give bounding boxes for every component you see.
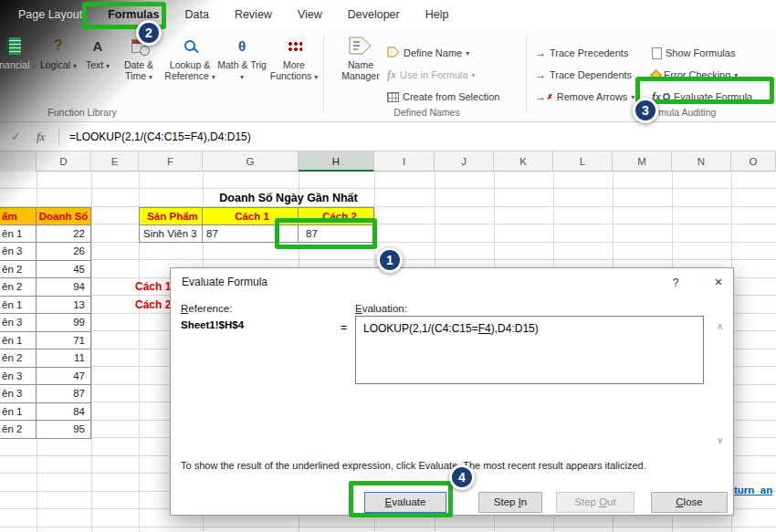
equals-sign: = (341, 321, 347, 334)
cell-name[interactable]: ên 1 (0, 332, 37, 350)
tab-developer[interactable]: Developer (335, 0, 413, 29)
column-header-n[interactable]: N (672, 151, 731, 172)
show-formulas-label: Show Formulas (666, 47, 735, 58)
cell-h4-result-selected[interactable]: 87 (299, 225, 374, 244)
magnifier-icon (663, 93, 670, 100)
cell-value[interactable]: 84 (37, 403, 91, 422)
evaluation-label: Evaluation: (355, 303, 407, 314)
column-header-l[interactable]: L (553, 151, 613, 172)
remove-arrows-button[interactable]: →✗ Remove Arrows ▾ (535, 87, 634, 107)
trace-dependents-button[interactable]: → Trace Dependents (535, 65, 632, 85)
formula-input[interactable]: =LOOKUP(2,1/(C4:C15=F4),D4:D15) (69, 122, 251, 151)
column-header-h[interactable]: H (299, 151, 374, 172)
fx-icon: fx (387, 68, 396, 82)
cell-name[interactable]: ên 3 (0, 368, 37, 386)
create-from-selection-button[interactable]: Create from Selection (387, 87, 499, 107)
financial-label: Financial (0, 59, 30, 70)
trace-precedents-button[interactable]: → Trace Precedents (535, 43, 628, 63)
tab-view[interactable]: View (285, 0, 335, 29)
column-header-row: D E F G H I J K L M N O (0, 151, 776, 172)
column-header-m[interactable]: M (613, 151, 672, 172)
tab-help[interactable]: Help (413, 0, 462, 29)
date-time-button[interactable]: Date & Time ▾ (115, 33, 163, 108)
trace-dependents-icon: → (535, 69, 546, 80)
math-trig-button[interactable]: θ Math & Trig ▾ (217, 33, 267, 108)
partial-hyperlink[interactable]: turn_an (734, 485, 772, 495)
tab-formulas[interactable]: Formulas (95, 0, 172, 29)
text-label: Text (86, 59, 103, 70)
more-functions-label: More Functions (270, 59, 312, 81)
cell-value[interactable]: 99 (37, 314, 91, 332)
scroll-down-icon[interactable]: ∨ (717, 435, 723, 445)
cell-value[interactable]: 13 (37, 297, 91, 315)
use-in-formula-button[interactable]: fx Use in Formula ▾ (387, 65, 476, 85)
chevron-down-icon: ▾ (631, 93, 634, 101)
right-table-header-san-pham[interactable]: Sản Phẩm (139, 207, 203, 225)
column-header-e[interactable]: E (91, 151, 139, 172)
trace-dependents-label: Trace Dependents (550, 69, 632, 80)
right-table-header-cach-2[interactable]: Cách 2 (299, 207, 374, 225)
chevron-down-icon: ▾ (314, 73, 318, 81)
insert-function-icon[interactable]: fx (37, 122, 45, 151)
column-header-o[interactable]: O (731, 151, 776, 172)
step-out-button: Step Out (556, 492, 634, 513)
column-header-d[interactable]: D (37, 151, 91, 172)
show-formulas-button[interactable]: Show Formulas (652, 43, 735, 63)
dialog-close-icon[interactable]: × (706, 272, 731, 292)
excel-window: Page Layout Formulas Data Review View De… (0, 0, 776, 532)
scroll-up-icon[interactable]: ∧ (717, 321, 723, 331)
lookup-reference-button[interactable]: Lookup & Reference ▾ (163, 33, 217, 108)
cell-name[interactable]: ên 3 (0, 314, 37, 332)
step-in-button[interactable]: Step In (478, 492, 542, 513)
cell-value[interactable]: 87 (37, 385, 91, 403)
cell-value[interactable]: 95 (37, 421, 91, 439)
dialog-help-icon[interactable]: ? (664, 274, 687, 292)
cell-value[interactable]: 94 (37, 278, 91, 297)
cell-value[interactable]: 47 (37, 368, 91, 386)
group-separator (323, 35, 324, 111)
cell-name[interactable]: ên 2 (0, 421, 37, 439)
cell-value[interactable]: 45 (37, 261, 91, 279)
text-button[interactable]: A Text ▾ (80, 33, 115, 108)
cell-name[interactable]: ên 1 (0, 297, 37, 315)
cell-value[interactable]: 22 (37, 225, 91, 244)
left-table-name-header[interactable]: ẩm (0, 207, 37, 225)
annotation-badge-3: 3 (633, 98, 658, 123)
name-manager-button[interactable]: Name Manager (336, 33, 385, 108)
cell-value[interactable]: 71 (37, 332, 91, 350)
cell-name[interactable]: ên 3 (0, 243, 37, 261)
cell-name[interactable]: ên 3 (0, 385, 37, 403)
more-functions-button[interactable]: More Functions ▾ (268, 33, 320, 108)
use-in-formula-label: Use in Formula (400, 69, 468, 80)
cell-name[interactable]: ên 2 (0, 261, 37, 279)
cell-name[interactable]: ên 1 (0, 225, 37, 244)
cell-value[interactable]: 26 (37, 243, 91, 261)
cell-name[interactable]: ên 2 (0, 349, 37, 368)
error-checking-button[interactable]: Error Checking ▾ (652, 65, 738, 85)
cell-value[interactable]: 11 (37, 349, 91, 368)
column-header-g[interactable]: G (203, 151, 299, 172)
cell-f4-lookup-value[interactable]: Sinh Viên 3 (139, 225, 203, 244)
cell-name[interactable]: ên 2 (0, 278, 37, 297)
close-button[interactable]: Close (651, 492, 728, 513)
define-name-button[interactable]: Define Name ▾ (387, 43, 469, 63)
trace-precedents-label: Trace Precedents (550, 47, 628, 58)
tab-data[interactable]: Data (172, 0, 221, 29)
column-header-f[interactable]: F (139, 151, 203, 172)
tab-review[interactable]: Review (222, 0, 285, 29)
column-header-i[interactable]: I (374, 151, 435, 172)
cell-g4-result[interactable]: 87 (203, 225, 299, 244)
evaluate-formula-button[interactable]: fx Evaluate Formula (652, 87, 752, 107)
column-header-j[interactable]: J (435, 151, 494, 172)
left-table-value-header[interactable]: Doanh Số (37, 207, 91, 225)
chevron-down-icon: ▾ (466, 49, 469, 57)
evaluation-box[interactable]: LOOKUP(2,1/(C4:C15=F4),D4:D15) (355, 316, 704, 384)
enter-icon[interactable]: ✓ (11, 122, 21, 151)
financial-button[interactable]: Financial ▾ (0, 33, 38, 108)
tab-page-layout[interactable]: Page Layout (5, 0, 95, 29)
logical-button[interactable]: ? Logical ▾ (37, 33, 80, 108)
column-header-k[interactable]: K (494, 151, 553, 172)
evaluate-button[interactable]: Evaluate (364, 492, 446, 513)
right-table-header-cach-1[interactable]: Cách 1 (203, 207, 299, 225)
cell-name[interactable]: ên 1 (0, 403, 37, 422)
